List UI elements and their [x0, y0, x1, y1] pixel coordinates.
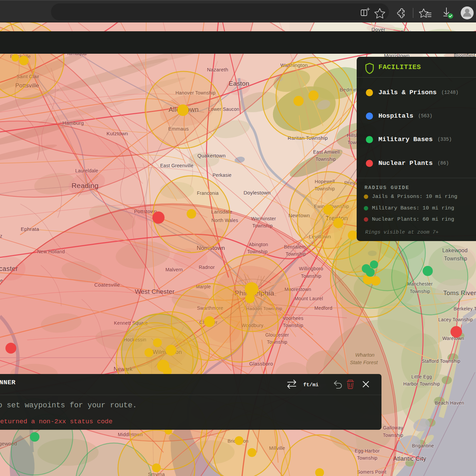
- svg-text:ft/mi: ft/mi: [303, 382, 319, 388]
